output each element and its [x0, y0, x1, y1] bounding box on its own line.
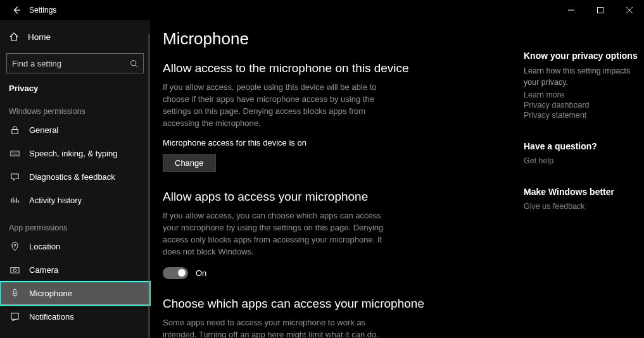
- svg-rect-0: [598, 8, 603, 13]
- device-access-status: Microphone access for this device is on: [163, 138, 511, 147]
- sidebar-item-general[interactable]: General: [0, 118, 150, 142]
- page-title: Microphone: [163, 29, 511, 49]
- microphone-icon: [9, 288, 20, 299]
- sidebar: Home Privacy Windows permissions General…: [0, 20, 150, 338]
- history-icon: [9, 195, 20, 206]
- section-description: If you allow access, people using this d…: [163, 82, 391, 129]
- sidebar-item-label: Diagnostics & feedback: [29, 172, 115, 182]
- link-give-feedback[interactable]: Give us feedback: [524, 202, 644, 211]
- svg-point-4: [14, 244, 16, 246]
- titlebar: Settings: [0, 0, 644, 20]
- sidebar-item-location[interactable]: Location: [0, 235, 150, 258]
- section-description: If you allow access, you can choose whic…: [163, 210, 391, 258]
- link-get-help[interactable]: Get help: [524, 156, 644, 165]
- camera-icon: [9, 265, 20, 276]
- sidebar-home[interactable]: Home: [0, 25, 150, 48]
- search-icon: [130, 59, 138, 68]
- sidebar-home-label: Home: [28, 32, 51, 42]
- svg-rect-7: [13, 289, 16, 294]
- window-title: Settings: [29, 6, 56, 15]
- keyboard-icon: [9, 148, 20, 160]
- minimize-icon: [568, 7, 574, 13]
- section-device-access: Allow access to the microphone on this d…: [163, 61, 511, 172]
- sidebar-item-label: Notifications: [29, 312, 74, 322]
- sidebar-item-microphone[interactable]: Microphone: [0, 282, 150, 305]
- link-learn-more[interactable]: Learn more: [524, 91, 644, 99]
- sidebar-item-activity[interactable]: Activity history: [0, 189, 150, 212]
- sidebar-item-label: Location: [29, 242, 60, 251]
- aside-heading: Make Windows better: [524, 187, 644, 197]
- link-privacy-statement[interactable]: Privacy statement: [524, 111, 644, 120]
- minimize-button[interactable]: [557, 0, 586, 20]
- svg-point-6: [13, 269, 16, 272]
- notifications-icon: [9, 311, 20, 323]
- sidebar-item-label: General: [29, 125, 58, 135]
- sidebar-item-diagnostics[interactable]: Diagnostics & feedback: [0, 165, 150, 189]
- svg-rect-5: [10, 268, 18, 273]
- section-heading: Choose which apps can access your microp…: [163, 297, 511, 311]
- sidebar-item-speech[interactable]: Speech, inking, & typing: [0, 142, 150, 165]
- toggle-state-label: On: [196, 268, 206, 278]
- home-icon: [9, 32, 19, 42]
- search-box[interactable]: [6, 53, 144, 73]
- feedback-icon: [9, 172, 20, 183]
- svg-rect-3: [10, 151, 18, 156]
- sidebar-item-label: Microphone: [29, 289, 72, 298]
- svg-rect-8: [11, 313, 18, 319]
- lock-icon: [9, 125, 20, 136]
- location-icon: [9, 241, 20, 253]
- maximize-button[interactable]: [586, 0, 615, 20]
- section-choose-apps: Choose which apps can access your microp…: [163, 297, 511, 338]
- close-button[interactable]: [615, 0, 644, 20]
- apps-access-toggle[interactable]: [163, 267, 188, 279]
- section-heading: Allow access to the microphone on this d…: [163, 61, 511, 75]
- back-arrow-icon: [12, 6, 21, 15]
- section-heading: Allow apps to access your microphone: [163, 190, 511, 204]
- back-button[interactable]: [4, 0, 29, 20]
- sidebar-group-windows: Windows permissions: [0, 96, 150, 118]
- content: Microphone Allow access to the microphon…: [163, 29, 517, 338]
- aside-text: Learn how this setting impacts your priv…: [524, 66, 644, 88]
- sidebar-item-notifications[interactable]: Notifications: [0, 305, 150, 329]
- link-privacy-dashboard[interactable]: Privacy dashboard: [524, 101, 644, 110]
- close-icon: [626, 7, 633, 13]
- sidebar-section-title: Privacy: [0, 77, 150, 96]
- aside-privacy-options: Know your privacy options Learn how this…: [524, 51, 644, 120]
- aside-question: Have a question? Get help: [524, 141, 644, 165]
- change-button[interactable]: Change: [163, 154, 216, 172]
- svg-rect-2: [11, 130, 17, 134]
- sidebar-item-label: Speech, inking, & typing: [29, 149, 117, 158]
- sidebar-item-label: Camera: [29, 265, 58, 275]
- aside-feedback: Make Windows better Give us feedback: [524, 187, 644, 211]
- aside-heading: Have a question?: [524, 141, 644, 151]
- sidebar-item-label: Activity history: [29, 196, 82, 205]
- section-description: Some apps need to access your microphone…: [163, 317, 391, 338]
- sidebar-group-apps: App permissions: [0, 212, 150, 235]
- maximize-icon: [597, 7, 603, 13]
- search-input[interactable]: [12, 59, 126, 68]
- section-app-access: Allow apps to access your microphone If …: [163, 190, 511, 279]
- window-controls: [557, 0, 644, 20]
- aside: Know your privacy options Learn how this…: [524, 29, 644, 338]
- sidebar-item-camera[interactable]: Camera: [0, 258, 150, 282]
- svg-point-1: [131, 60, 136, 65]
- aside-heading: Know your privacy options: [524, 51, 644, 61]
